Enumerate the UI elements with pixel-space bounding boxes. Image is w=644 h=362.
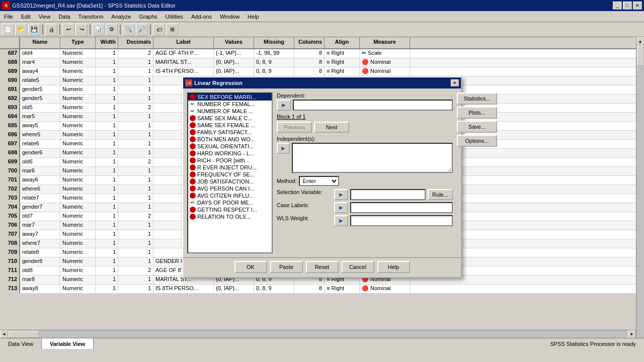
grid-cell[interactable]: where5 bbox=[20, 131, 60, 139]
grid-cell[interactable]: 707 bbox=[0, 230, 20, 239]
variable-list-item[interactable]: ✏DAYS OF POOR ME... bbox=[188, 199, 272, 206]
grid-cell[interactable]: relate8 bbox=[20, 248, 60, 257]
grid-cell[interactable]: mar7 bbox=[20, 221, 60, 230]
table-row[interactable]: 689away4Numeric11IS 4TH PERSO...{0, IAP}… bbox=[0, 67, 644, 76]
toolbar-undo[interactable]: ↩ bbox=[62, 24, 74, 36]
grid-cell[interactable]: Numeric bbox=[60, 257, 96, 266]
scrollbar-up[interactable]: ▲ bbox=[636, 37, 645, 45]
grid-cell[interactable]: relate5 bbox=[20, 76, 60, 85]
grid-cell[interactable]: 2 bbox=[118, 104, 153, 112]
grid-cell[interactable]: 1 bbox=[118, 131, 153, 139]
variable-list-item[interactable]: SAME SEX MALE C... bbox=[188, 115, 272, 122]
grid-cell[interactable]: 1 bbox=[96, 76, 118, 85]
grid-cell[interactable]: 695 bbox=[0, 122, 20, 130]
table-row[interactable]: 713away8Numeric11IS 8TH PERSO...{0, IAP}… bbox=[0, 285, 644, 294]
grid-cell[interactable]: 1 bbox=[118, 67, 153, 76]
grid-cell[interactable]: Numeric bbox=[60, 76, 96, 85]
grid-cell[interactable]: 697 bbox=[0, 140, 20, 148]
toolbar-redo[interactable]: ↪ bbox=[75, 24, 88, 36]
grid-cell[interactable]: 1 bbox=[118, 248, 153, 257]
variable-list-item[interactable]: ✏NUMBER OF FEMAL... bbox=[188, 101, 272, 108]
grid-cell[interactable]: 1 bbox=[118, 203, 153, 212]
menu-view[interactable]: View bbox=[35, 13, 55, 21]
toolbar-find[interactable]: 🔎 bbox=[136, 24, 148, 36]
grid-cell[interactable]: Numeric bbox=[60, 131, 96, 139]
grid-cell[interactable]: 2 bbox=[118, 212, 153, 221]
grid-cell[interactable]: 1 bbox=[96, 122, 118, 130]
method-select[interactable]: Enter bbox=[299, 176, 339, 186]
grid-cell[interactable]: 690 bbox=[0, 76, 20, 85]
grid-cell[interactable]: 1 bbox=[96, 85, 118, 94]
grid-cell[interactable]: 706 bbox=[0, 221, 20, 230]
hscroll-track[interactable] bbox=[8, 330, 628, 338]
toolbar-save[interactable]: 💾 bbox=[28, 24, 40, 36]
grid-cell[interactable]: Numeric bbox=[60, 158, 96, 166]
grid-cell[interactable]: 1 bbox=[118, 239, 153, 248]
grid-cell[interactable]: 712 bbox=[0, 276, 20, 284]
grid-cell[interactable]: 1 bbox=[96, 149, 118, 157]
menu-utilities[interactable]: Utilities bbox=[162, 13, 187, 21]
grid-cell[interactable]: 698 bbox=[0, 149, 20, 157]
grid-cell[interactable]: 696 bbox=[0, 131, 20, 139]
grid-cell[interactable]: 1 bbox=[118, 194, 153, 203]
grid-cell[interactable]: Numeric bbox=[60, 85, 96, 94]
grid-cell[interactable]: 1 bbox=[118, 285, 153, 293]
grid-cell[interactable]: 1 bbox=[118, 76, 153, 85]
grid-cell[interactable]: IS 8TH PERSO... bbox=[153, 285, 214, 293]
grid-cell[interactable]: Numeric bbox=[60, 176, 96, 185]
grid-cell[interactable]: 1 bbox=[96, 67, 118, 76]
grid-cell[interactable]: 692 bbox=[0, 95, 20, 103]
dependent-input[interactable] bbox=[293, 100, 453, 111]
grid-cell[interactable]: where7 bbox=[20, 239, 60, 248]
toolbar-open[interactable]: 📂 bbox=[15, 24, 27, 36]
grid-cell[interactable]: 1 bbox=[118, 95, 153, 103]
grid-cell[interactable]: Numeric bbox=[60, 230, 96, 239]
grid-cell[interactable]: {-1, IAP}... bbox=[214, 49, 254, 58]
grid-cell[interactable]: Numeric bbox=[60, 104, 96, 112]
grid-cell[interactable]: 8 bbox=[294, 58, 325, 67]
grid-cell[interactable]: 🔴 Nominal bbox=[360, 58, 410, 67]
grid-cell[interactable]: where6 bbox=[20, 185, 60, 194]
grid-cell[interactable]: gender8 bbox=[20, 257, 60, 266]
right-scrollbar[interactable]: ▲ ▼ bbox=[636, 37, 644, 349]
grid-cell[interactable]: Numeric bbox=[60, 221, 96, 230]
grid-cell[interactable]: Numeric bbox=[60, 212, 96, 221]
grid-cell[interactable]: 1 bbox=[96, 58, 118, 67]
next-btn[interactable]: Next bbox=[314, 122, 349, 133]
variable-list-item[interactable]: SEXUAL ORIENTATI... bbox=[188, 143, 272, 150]
case-labels-arrow-btn[interactable]: ► bbox=[334, 202, 348, 213]
variable-list-item[interactable]: ✏NUMBER OF MALE ... bbox=[188, 108, 272, 115]
toolbar-value-labels[interactable]: 🏷 bbox=[153, 24, 165, 36]
grid-cell[interactable]: away8 bbox=[20, 285, 60, 293]
menu-window[interactable]: Window bbox=[216, 13, 244, 21]
help-btn[interactable]: Help bbox=[377, 261, 410, 273]
data-view-tab[interactable]: Data View bbox=[0, 338, 42, 349]
grid-cell[interactable]: old7 bbox=[20, 212, 60, 221]
grid-cell[interactable]: 688 bbox=[0, 58, 20, 67]
grid-cell[interactable]: 702 bbox=[0, 185, 20, 194]
grid-cell[interactable]: 1 bbox=[96, 248, 118, 257]
menu-file[interactable]: File bbox=[0, 13, 17, 21]
variable-list-item[interactable]: FREQUENCY OF SE... bbox=[188, 171, 272, 178]
grid-cell[interactable]: {0, IAP}... bbox=[214, 58, 254, 67]
maximize-button[interactable]: □ bbox=[623, 2, 632, 10]
independents-box[interactable] bbox=[292, 143, 453, 173]
grid-cell[interactable]: Numeric bbox=[60, 67, 96, 76]
variable-list-item[interactable]: HARD WORKING - L... bbox=[188, 150, 272, 157]
hscroll-right[interactable]: ► bbox=[628, 330, 636, 338]
menu-addons[interactable]: Add-ons bbox=[187, 13, 216, 21]
grid-cell[interactable]: gender5 bbox=[20, 95, 60, 103]
grid-cell[interactable]: 694 bbox=[0, 113, 20, 121]
grid-cell[interactable]: 691 bbox=[0, 85, 20, 94]
grid-cell[interactable]: 1 bbox=[96, 131, 118, 139]
grid-cell[interactable]: ≡ Right bbox=[325, 285, 360, 293]
grid-cell[interactable]: 1 bbox=[118, 257, 153, 266]
grid-cell[interactable]: Numeric bbox=[60, 239, 96, 248]
grid-cell[interactable]: 1 bbox=[118, 122, 153, 130]
dialog-close-button[interactable]: ✕ bbox=[451, 79, 459, 86]
variable-list-item[interactable]: FAMILY SATISFACT... bbox=[188, 129, 272, 136]
grid-cell[interactable]: 693 bbox=[0, 104, 20, 112]
variable-list-item[interactable]: RELATION TO OLS... bbox=[188, 213, 272, 220]
toolbar-script[interactable]: ⚙ bbox=[106, 24, 118, 36]
grid-cell[interactable]: 1 bbox=[96, 185, 118, 194]
